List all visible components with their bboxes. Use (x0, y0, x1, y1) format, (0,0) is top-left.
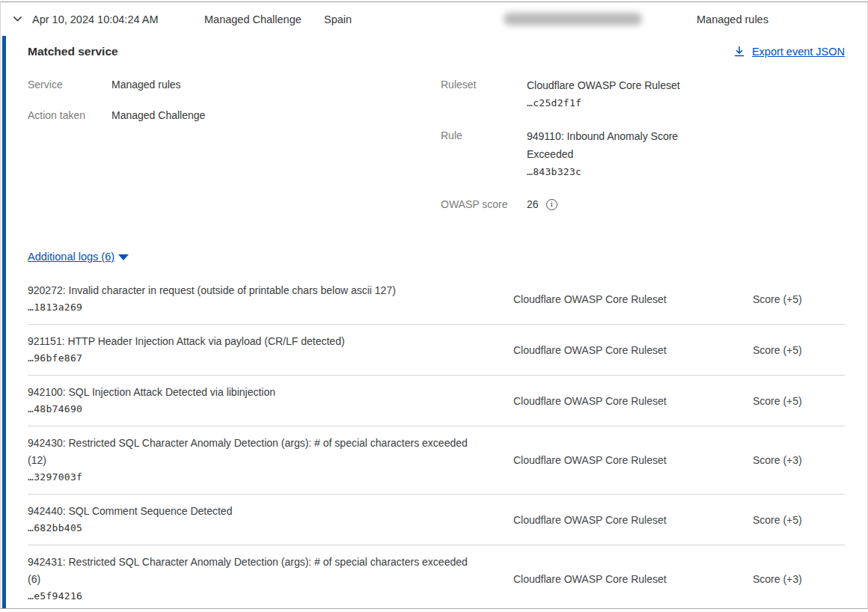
log-ruleset-name: Cloudflare OWASP Core Ruleset (499, 293, 739, 305)
log-score: Score (+3) (739, 573, 845, 585)
chevron-down-icon[interactable] (11, 13, 23, 25)
export-event-json-link[interactable]: Export event JSON (733, 46, 845, 58)
ruleset-label: Ruleset (441, 76, 527, 112)
log-ruleset-name: Cloudflare OWASP Core Ruleset (499, 573, 739, 585)
log-row: 942430: Restricted SQL Character Anomaly… (28, 426, 845, 495)
log-description: 942430: Restricted SQL Character Anomaly… (28, 435, 477, 469)
selected-row-accent-bar (2, 36, 6, 608)
log-ruleset-name: Cloudflare OWASP Core Ruleset (499, 344, 739, 356)
ruleset-name: Cloudflare OWASP Core Ruleset (527, 76, 680, 94)
matched-service-title: Matched service (28, 45, 118, 58)
log-description: 942431: Restricted SQL Character Anomaly… (28, 554, 477, 588)
log-rule-id: …3297003f (28, 469, 477, 486)
log-row: 942431: Restricted SQL Character Anomaly… (28, 545, 845, 612)
owasp-score-value: 26 (527, 196, 539, 212)
additional-logs-toggle[interactable]: Additional logs (6) (28, 251, 129, 263)
rule-id: …843b323c (527, 163, 714, 181)
log-row: 942440: SQL Comment Sequence Detected …6… (28, 495, 845, 545)
log-rule-id: …e5f94216 (28, 588, 477, 605)
export-link-label: Export event JSON (752, 46, 845, 58)
log-description: 921151: HTTP Header Injection Attack via… (28, 333, 477, 350)
action-taken-field: Action taken Managed Challenge (28, 107, 441, 123)
log-row: 921151: HTTP Header Injection Attack via… (28, 325, 845, 376)
service-label: Service (28, 76, 111, 93)
action-taken-label: Action taken (28, 107, 111, 123)
event-action: Managed Challenge (204, 13, 324, 25)
log-score: Score (+3) (739, 454, 845, 466)
log-rule-id: …48b74690 (28, 401, 477, 417)
log-ruleset-name: Cloudflare OWASP Core Ruleset (499, 454, 739, 466)
matched-service-left-fields: Service Managed rules Action taken Manag… (28, 76, 441, 227)
log-score: Score (+5) (739, 293, 845, 305)
download-icon (733, 46, 745, 58)
owasp-score-field: OWASP score 26 i (441, 196, 845, 212)
additional-logs-label: Additional logs (6) (28, 251, 114, 263)
ruleset-id: …c25d2f1f (527, 94, 680, 112)
log-description: 920272: Invalid character in request (ou… (28, 282, 477, 299)
triangle-down-icon (118, 254, 129, 260)
event-country: Spain (324, 13, 504, 25)
log-row: 920272: Invalid character in request (ou… (28, 274, 845, 325)
redacted-host-value (504, 13, 642, 25)
info-icon[interactable]: i (546, 199, 557, 210)
log-score: Score (+5) (739, 395, 845, 407)
log-ruleset-name: Cloudflare OWASP Core Ruleset (499, 514, 739, 526)
additional-logs-table: 920272: Invalid character in request (ou… (28, 274, 845, 612)
rule-label: Rule (441, 127, 527, 181)
log-score: Score (+5) (739, 514, 845, 526)
log-rule-id: …96bfe867 (28, 350, 477, 367)
log-description: 942440: SQL Comment Sequence Detected (28, 503, 477, 520)
service-value: Managed rules (111, 76, 181, 93)
event-summary-row[interactable]: Apr 10, 2024 10:04:24 AM Managed Challen… (1, 2, 867, 36)
log-rule-id: …1813a269 (28, 299, 477, 316)
log-row: 942100: SQL Injection Attack Detected vi… (28, 376, 845, 426)
service-field: Service Managed rules (28, 76, 441, 93)
event-detail-body: Matched service Export event JSON Servic… (1, 45, 867, 612)
event-timestamp: Apr 10, 2024 10:04:24 AM (32, 13, 204, 25)
log-description: 942100: SQL Injection Attack Detected vi… (28, 384, 477, 401)
event-detail-panel: Apr 10, 2024 10:04:24 AM Managed Challen… (0, 1, 868, 609)
rule-name: 949110: Inbound Anomaly Score Exceeded (527, 127, 714, 163)
event-service: Managed rules (697, 13, 768, 25)
log-score: Score (+5) (739, 344, 845, 356)
ruleset-field: Ruleset Cloudflare OWASP Core Ruleset …c… (441, 76, 845, 112)
log-ruleset-name: Cloudflare OWASP Core Ruleset (499, 395, 739, 407)
rule-field: Rule 949110: Inbound Anomaly Score Excee… (441, 127, 845, 181)
matched-service-right-fields: Ruleset Cloudflare OWASP Core Ruleset …c… (441, 76, 845, 227)
action-taken-value: Managed Challenge (111, 107, 205, 123)
owasp-score-label: OWASP score (441, 196, 527, 212)
log-rule-id: …682bb405 (28, 520, 477, 536)
